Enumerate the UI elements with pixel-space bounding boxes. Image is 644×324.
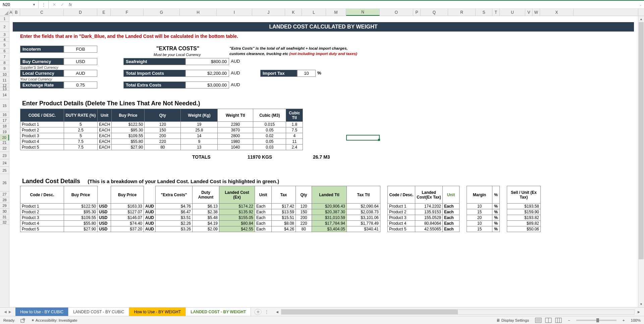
- tab-prev-icon[interactable]: ◀: [4, 310, 7, 314]
- column-header-A[interactable]: A: [9, 9, 13, 16]
- row-header-21[interactable]: 21: [0, 141, 9, 145]
- row-header-15[interactable]: 15: [0, 99, 9, 112]
- row-header-4[interactable]: 4: [0, 38, 9, 42]
- tab-nav[interactable]: ◀▶: [0, 310, 15, 314]
- row-header-25[interactable]: 25: [0, 167, 9, 174]
- name-box-value: N20: [3, 2, 10, 7]
- column-header-T[interactable]: T: [492, 9, 500, 16]
- row-header-2[interactable]: 2: [0, 22, 9, 32]
- row-header-17[interactable]: 17: [0, 118, 9, 123]
- local-currency-value[interactable]: AUD: [64, 70, 97, 77]
- row-header-26[interactable]: 26: [0, 174, 9, 192]
- row-header-7[interactable]: 7: [0, 53, 9, 60]
- row-header-20[interactable]: 20: [0, 135, 9, 141]
- row-header-32[interactable]: 32: [0, 220, 9, 225]
- sheet-grid[interactable]: LANDED COST CALCULATED BY WEIGHT Enter t…: [9, 16, 638, 307]
- view-page-break-icon[interactable]: [555, 318, 562, 323]
- column-header-S[interactable]: S: [476, 9, 492, 16]
- column-header-L[interactable]: L: [302, 9, 326, 16]
- horizontal-scroll-thumb[interactable]: [281, 310, 458, 314]
- column-header-W[interactable]: W: [533, 9, 540, 16]
- row-header-31[interactable]: 31: [0, 214, 9, 220]
- macro-record-icon[interactable]: [20, 318, 25, 323]
- display-settings-button[interactable]: 🖥 Display Settings: [496, 318, 529, 322]
- row-header-5[interactable]: 5: [0, 42, 9, 49]
- incoterm-value[interactable]: FOB: [64, 46, 97, 53]
- view-page-layout-icon[interactable]: [545, 318, 552, 323]
- chevron-down-icon[interactable]: ▼: [33, 3, 36, 6]
- scroll-left-icon[interactable]: ◀: [274, 309, 280, 315]
- column-header-Q[interactable]: Q: [421, 9, 448, 16]
- sheet-tab[interactable]: LANDED COST - BY CUBIC: [68, 308, 129, 316]
- vertical-scrollbar[interactable]: ▲ ▼: [638, 16, 644, 307]
- row-header-6[interactable]: 6: [0, 49, 9, 53]
- column-header-H[interactable]: H: [180, 9, 217, 16]
- column-header-C[interactable]: C: [20, 9, 64, 16]
- import-costs-value[interactable]: $2,200.00: [185, 70, 229, 77]
- seafreight-value[interactable]: $800.00: [185, 58, 229, 65]
- row-header-24[interactable]: 24: [0, 159, 9, 167]
- column-header-B[interactable]: B: [13, 9, 20, 16]
- column-header-U[interactable]: U: [500, 9, 525, 16]
- column-header-P[interactable]: P: [413, 9, 421, 16]
- row-header-27[interactable]: 27: [0, 192, 9, 197]
- row-header-16[interactable]: 16: [0, 112, 9, 118]
- select-all-button[interactable]: [0, 9, 9, 16]
- column-header-J[interactable]: J: [252, 9, 285, 16]
- column-header-G[interactable]: G: [144, 9, 180, 16]
- column-header-N[interactable]: N: [346, 9, 380, 16]
- column-header-O[interactable]: O: [380, 9, 413, 16]
- cancel-formula-icon[interactable]: ✕: [53, 2, 56, 7]
- accessibility-icon[interactable]: ✴ Accessibility: Investigate: [31, 318, 77, 323]
- buy-currency-value[interactable]: USD: [64, 58, 97, 65]
- scroll-down-icon[interactable]: ▼: [638, 301, 644, 307]
- vertical-scroll-thumb[interactable]: [639, 22, 644, 259]
- row-header-22[interactable]: 22: [0, 145, 9, 152]
- exchange-rate-value[interactable]: 0.75: [64, 82, 97, 89]
- row-header-14[interactable]: 14: [0, 91, 9, 99]
- column-header-E[interactable]: E: [97, 9, 111, 16]
- scroll-right-icon[interactable]: ▶: [636, 309, 641, 315]
- import-tax-value[interactable]: 10: [297, 70, 316, 77]
- row-header-3[interactable]: 3: [0, 32, 9, 38]
- add-sheet-button[interactable]: +: [254, 309, 262, 315]
- fx-icon[interactable]: fx: [69, 2, 72, 7]
- buy-currency-sublabel: Supplier'S Sell Currency: [20, 65, 58, 69]
- column-header-V[interactable]: V: [525, 9, 533, 16]
- column-header-M[interactable]: M: [326, 9, 346, 16]
- sheet-tab[interactable]: How to Use - BY WEIGHT: [129, 308, 186, 316]
- name-box[interactable]: N20 ▼: [0, 1, 39, 8]
- view-normal-icon[interactable]: [535, 318, 542, 323]
- column-header-D[interactable]: D: [64, 9, 97, 16]
- row-header-29[interactable]: 29: [0, 203, 9, 209]
- row-header-28[interactable]: 28: [0, 197, 9, 203]
- column-header-R[interactable]: R: [448, 9, 476, 16]
- formula-input[interactable]: [76, 2, 637, 7]
- zoom-level[interactable]: 100%: [631, 318, 641, 322]
- scroll-up-icon[interactable]: ▲: [638, 16, 644, 22]
- column-header-I[interactable]: I: [217, 9, 252, 16]
- row-header-13[interactable]: 13: [0, 87, 9, 91]
- horizontal-scrollbar[interactable]: ◀ ▶: [272, 309, 644, 315]
- sheet-tab[interactable]: LANDED COST - BY WEIGHT: [186, 308, 251, 316]
- row-header-1[interactable]: 1: [0, 16, 9, 22]
- row-header-19[interactable]: 19: [0, 129, 9, 135]
- row-header-8[interactable]: 8: [0, 60, 9, 65]
- tab-next-icon[interactable]: ▶: [9, 310, 11, 314]
- column-headers: ABCDEFGHIJKLMNOPQRSTUVWX: [0, 9, 638, 16]
- expand-formula-bar-icon[interactable]: ⌵: [637, 3, 644, 6]
- zoom-out-button[interactable]: −: [568, 318, 570, 322]
- enter-formula-icon[interactable]: ✓: [61, 2, 64, 7]
- sheet-tab[interactable]: How to Use - BY CUBIC: [15, 308, 68, 316]
- column-header-K[interactable]: K: [285, 9, 302, 16]
- row-header-18[interactable]: 18: [0, 123, 9, 129]
- zoom-slider[interactable]: [576, 320, 616, 321]
- row-header-11[interactable]: 11: [0, 77, 9, 84]
- row-header-9[interactable]: 9: [0, 65, 9, 72]
- row-header-23[interactable]: 23: [0, 152, 9, 159]
- column-header-X[interactable]: X: [540, 9, 574, 16]
- row-header-30[interactable]: 30: [0, 209, 9, 214]
- column-header-F[interactable]: F: [111, 9, 144, 16]
- zoom-in-button[interactable]: +: [623, 318, 625, 322]
- row-header-10[interactable]: 10: [0, 72, 9, 77]
